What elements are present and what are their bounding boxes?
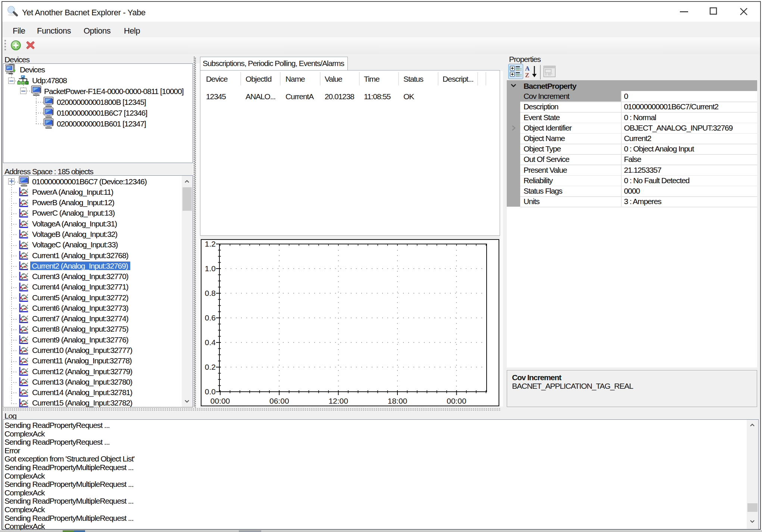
svg-text:1.0: 1.0 — [205, 264, 216, 273]
svg-text:0.2: 0.2 — [205, 363, 216, 371]
svg-text:0.8: 0.8 — [205, 289, 216, 297]
svg-text:00:00: 00:00 — [210, 397, 230, 405]
svg-text:0.4: 0.4 — [205, 338, 216, 347]
svg-text:A: A — [525, 65, 530, 72]
svg-text:18:00: 18:00 — [388, 397, 407, 405]
svg-text:06:00: 06:00 — [269, 397, 289, 405]
svg-text:12:00: 12:00 — [328, 397, 348, 405]
svg-text:1.2: 1.2 — [205, 240, 216, 248]
svg-text:00:00: 00:00 — [447, 397, 466, 405]
svg-text:Z: Z — [525, 72, 529, 79]
svg-text:0.0: 0.0 — [205, 387, 216, 396]
svg-text:0.6: 0.6 — [205, 313, 216, 322]
